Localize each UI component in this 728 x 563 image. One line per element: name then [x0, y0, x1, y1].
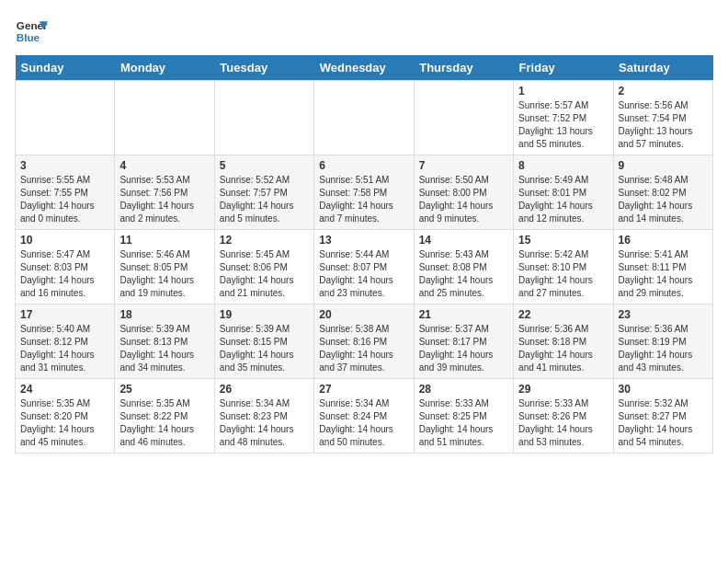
day-cell: 16Sunrise: 5:41 AM Sunset: 8:11 PM Dayli… — [613, 230, 712, 304]
day-info: Sunrise: 5:35 AM Sunset: 8:22 PM Dayligh… — [119, 397, 209, 449]
header: General Blue — [15, 15, 713, 48]
day-cell: 3Sunrise: 5:55 AM Sunset: 7:55 PM Daylig… — [16, 155, 115, 230]
day-number: 17 — [20, 308, 109, 321]
day-info: Sunrise: 5:47 AM Sunset: 8:03 PM Dayligh… — [20, 248, 109, 300]
day-cell — [414, 81, 513, 155]
header-cell-thursday: Thursday — [414, 55, 513, 81]
day-info: Sunrise: 5:33 AM Sunset: 8:25 PM Dayligh… — [419, 397, 508, 449]
day-info: Sunrise: 5:55 AM Sunset: 7:55 PM Dayligh… — [20, 174, 109, 225]
day-info: Sunrise: 5:39 AM Sunset: 8:15 PM Dayligh… — [220, 323, 309, 374]
day-number: 24 — [20, 383, 109, 396]
day-cell: 2Sunrise: 5:56 AM Sunset: 7:54 PM Daylig… — [613, 81, 712, 155]
day-info: Sunrise: 5:46 AM Sunset: 8:05 PM Dayligh… — [119, 248, 209, 300]
day-cell: 23Sunrise: 5:36 AM Sunset: 8:19 PM Dayli… — [613, 304, 712, 379]
day-info: Sunrise: 5:48 AM Sunset: 8:02 PM Dayligh… — [619, 174, 708, 225]
day-number: 2 — [619, 85, 708, 98]
day-info: Sunrise: 5:42 AM Sunset: 8:10 PM Dayligh… — [518, 248, 608, 300]
day-info: Sunrise: 5:43 AM Sunset: 8:08 PM Dayligh… — [419, 248, 508, 300]
day-number: 19 — [220, 308, 309, 321]
day-number: 20 — [319, 308, 408, 321]
day-cell: 12Sunrise: 5:45 AM Sunset: 8:06 PM Dayli… — [214, 230, 313, 304]
day-number: 12 — [220, 234, 309, 247]
day-cell: 21Sunrise: 5:37 AM Sunset: 8:17 PM Dayli… — [414, 304, 513, 379]
day-cell: 25Sunrise: 5:35 AM Sunset: 8:22 PM Dayli… — [115, 379, 214, 454]
logo: General Blue — [15, 15, 51, 48]
day-info: Sunrise: 5:57 AM Sunset: 7:52 PM Dayligh… — [518, 99, 608, 151]
day-cell: 1Sunrise: 5:57 AM Sunset: 7:52 PM Daylig… — [514, 81, 613, 155]
header-cell-wednesday: Wednesday — [314, 55, 414, 81]
day-info: Sunrise: 5:44 AM Sunset: 8:07 PM Dayligh… — [319, 248, 408, 300]
day-number: 10 — [20, 234, 109, 247]
week-row-5: 24Sunrise: 5:35 AM Sunset: 8:20 PM Dayli… — [16, 379, 713, 454]
day-info: Sunrise: 5:36 AM Sunset: 8:19 PM Dayligh… — [619, 323, 708, 374]
day-cell: 13Sunrise: 5:44 AM Sunset: 8:07 PM Dayli… — [314, 230, 414, 304]
day-number: 16 — [619, 234, 708, 247]
day-info: Sunrise: 5:53 AM Sunset: 7:56 PM Dayligh… — [119, 174, 209, 225]
day-cell: 14Sunrise: 5:43 AM Sunset: 8:08 PM Dayli… — [414, 230, 513, 304]
day-number: 30 — [619, 383, 708, 396]
day-cell: 10Sunrise: 5:47 AM Sunset: 8:03 PM Dayli… — [16, 230, 115, 304]
day-info: Sunrise: 5:49 AM Sunset: 8:01 PM Dayligh… — [518, 174, 608, 225]
week-row-3: 10Sunrise: 5:47 AM Sunset: 8:03 PM Dayli… — [16, 230, 713, 304]
day-number: 25 — [119, 383, 209, 396]
logo-icon: General Blue — [15, 15, 48, 48]
day-number: 6 — [319, 159, 408, 172]
day-cell — [214, 81, 313, 155]
day-info: Sunrise: 5:34 AM Sunset: 8:24 PM Dayligh… — [319, 397, 408, 449]
day-info: Sunrise: 5:39 AM Sunset: 8:13 PM Dayligh… — [119, 323, 209, 374]
day-cell: 22Sunrise: 5:36 AM Sunset: 8:18 PM Dayli… — [514, 304, 613, 379]
day-number: 4 — [119, 159, 209, 172]
day-number: 13 — [319, 234, 408, 247]
day-number: 28 — [419, 383, 508, 396]
day-info: Sunrise: 5:50 AM Sunset: 8:00 PM Dayligh… — [419, 174, 508, 225]
header-cell-tuesday: Tuesday — [214, 55, 313, 81]
day-cell: 27Sunrise: 5:34 AM Sunset: 8:24 PM Dayli… — [314, 379, 414, 454]
day-number: 7 — [419, 159, 508, 172]
day-number: 15 — [518, 234, 608, 247]
day-info: Sunrise: 5:40 AM Sunset: 8:12 PM Dayligh… — [20, 323, 109, 374]
day-info: Sunrise: 5:37 AM Sunset: 8:17 PM Dayligh… — [419, 323, 508, 374]
day-number: 5 — [220, 159, 309, 172]
day-cell: 29Sunrise: 5:33 AM Sunset: 8:26 PM Dayli… — [514, 379, 613, 454]
week-row-1: 1Sunrise: 5:57 AM Sunset: 7:52 PM Daylig… — [16, 81, 713, 155]
day-number: 29 — [518, 383, 608, 396]
day-info: Sunrise: 5:51 AM Sunset: 7:58 PM Dayligh… — [319, 174, 408, 225]
day-info: Sunrise: 5:33 AM Sunset: 8:26 PM Dayligh… — [518, 397, 608, 449]
day-cell: 6Sunrise: 5:51 AM Sunset: 7:58 PM Daylig… — [314, 155, 414, 230]
day-info: Sunrise: 5:52 AM Sunset: 7:57 PM Dayligh… — [220, 174, 309, 225]
day-info: Sunrise: 5:41 AM Sunset: 8:11 PM Dayligh… — [619, 248, 708, 300]
day-cell: 28Sunrise: 5:33 AM Sunset: 8:25 PM Dayli… — [414, 379, 513, 454]
day-info: Sunrise: 5:45 AM Sunset: 8:06 PM Dayligh… — [220, 248, 309, 300]
header-cell-sunday: Sunday — [16, 55, 115, 81]
day-number: 9 — [619, 159, 708, 172]
day-cell: 4Sunrise: 5:53 AM Sunset: 7:56 PM Daylig… — [115, 155, 214, 230]
day-number: 14 — [419, 234, 508, 247]
day-cell: 7Sunrise: 5:50 AM Sunset: 8:00 PM Daylig… — [414, 155, 513, 230]
header-cell-friday: Friday — [514, 55, 613, 81]
calendar-table: SundayMondayTuesdayWednesdayThursdayFrid… — [15, 55, 713, 454]
day-info: Sunrise: 5:36 AM Sunset: 8:18 PM Dayligh… — [518, 323, 608, 374]
header-cell-saturday: Saturday — [613, 55, 712, 81]
day-number: 23 — [619, 308, 708, 321]
day-info: Sunrise: 5:32 AM Sunset: 8:27 PM Dayligh… — [619, 397, 708, 449]
week-row-2: 3Sunrise: 5:55 AM Sunset: 7:55 PM Daylig… — [16, 155, 713, 230]
svg-text:Blue: Blue — [17, 31, 40, 43]
day-info: Sunrise: 5:35 AM Sunset: 8:20 PM Dayligh… — [20, 397, 109, 449]
header-cell-monday: Monday — [115, 55, 214, 81]
day-number: 18 — [119, 308, 209, 321]
day-info: Sunrise: 5:38 AM Sunset: 8:16 PM Dayligh… — [319, 323, 408, 374]
day-number: 27 — [319, 383, 408, 396]
day-number: 3 — [20, 159, 109, 172]
day-number: 8 — [518, 159, 608, 172]
day-cell: 26Sunrise: 5:34 AM Sunset: 8:23 PM Dayli… — [214, 379, 313, 454]
day-cell: 19Sunrise: 5:39 AM Sunset: 8:15 PM Dayli… — [214, 304, 313, 379]
day-number: 21 — [419, 308, 508, 321]
day-cell: 30Sunrise: 5:32 AM Sunset: 8:27 PM Dayli… — [613, 379, 712, 454]
day-cell: 24Sunrise: 5:35 AM Sunset: 8:20 PM Dayli… — [16, 379, 115, 454]
day-cell: 15Sunrise: 5:42 AM Sunset: 8:10 PM Dayli… — [514, 230, 613, 304]
week-row-4: 17Sunrise: 5:40 AM Sunset: 8:12 PM Dayli… — [16, 304, 713, 379]
day-cell — [314, 81, 414, 155]
day-number: 26 — [220, 383, 309, 396]
day-number: 1 — [518, 85, 608, 98]
day-cell: 11Sunrise: 5:46 AM Sunset: 8:05 PM Dayli… — [115, 230, 214, 304]
